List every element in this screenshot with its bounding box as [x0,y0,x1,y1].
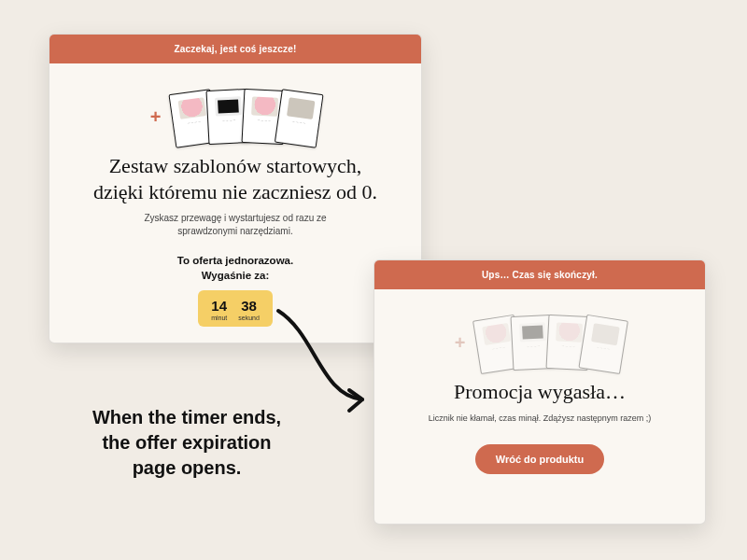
expired-panel: Ups… Czas się skończył. + — — — — — — — … [374,259,706,525]
offer-panel: Zaczekaj, jest coś jeszcze! + — — — — — … [49,34,422,343]
caption-line2: the offer expiration [102,432,271,453]
countdown-timer: 14 minut 38 sekund [198,290,273,327]
offer-headline-line1: Zestaw szablonów startowych, [109,154,362,177]
expired-header-bar: Ups… Czas się skończył. [374,260,705,289]
timer-seconds-value: 38 [238,298,260,314]
offer-headline-line2: dzięki któremu nie zaczniesz od 0. [93,180,377,203]
offer-timer-label-line2: Wygaśnie za: [202,270,270,281]
explainer-caption: When the timer ends, the offer expiratio… [56,405,317,481]
offer-header-bar: Zaczekaj, jest coś jeszcze! [49,35,421,63]
timer-minutes-cell: 14 minut [211,298,227,321]
expired-body: + — — — — — — — — — — — — — — — — Promoc… [374,289,705,498]
timer-minutes-value: 14 [211,298,227,314]
plus-icon: + [455,332,466,354]
template-card: — — — — [275,89,324,148]
expired-header-text: Ups… Czas się skończył. [482,270,598,280]
timer-seconds-unit: sekund [238,315,260,321]
offer-timer-label: To oferta jednorazowa. Wygaśnie za: [72,254,399,283]
expired-subtext: Licznik nie kłamał, czas minął. Zdążysz … [428,413,652,424]
timer-minutes-unit: minut [211,315,227,321]
template-cards-stack: — — — — — — — — — — — — — — — — [172,90,320,144]
offer-header-text: Zaczekaj, jest coś jeszcze! [174,44,296,54]
offer-subtext: Zyskasz przewagę i wystartujesz od razu … [114,212,357,237]
caption-line3: page opens. [133,457,242,478]
offer-timer-label-line1: To oferta jednorazowa. [177,255,293,266]
back-to-product-button[interactable]: Wróć do produktu [475,444,605,474]
expired-cards-row: + — — — — — — — — — — — — — — — — [397,315,683,370]
plus-icon: + [150,106,162,128]
timer-seconds-cell: 38 sekund [238,298,260,321]
offer-cards-row: + — — — — — — — — — — — — — — — — [72,90,399,144]
offer-body: + — — — — — — — — — — — — — — — — Zestaw… [49,63,421,343]
offer-headline: Zestaw szablonów startowych, dzięki któr… [72,153,399,204]
caption-line1: When the timer ends, [92,407,281,427]
expired-headline: Promocja wygasła… [397,379,683,405]
template-cards-stack-expired: — — — — — — — — — — — — — — — — [476,315,625,370]
template-card: — — — — [579,315,629,374]
